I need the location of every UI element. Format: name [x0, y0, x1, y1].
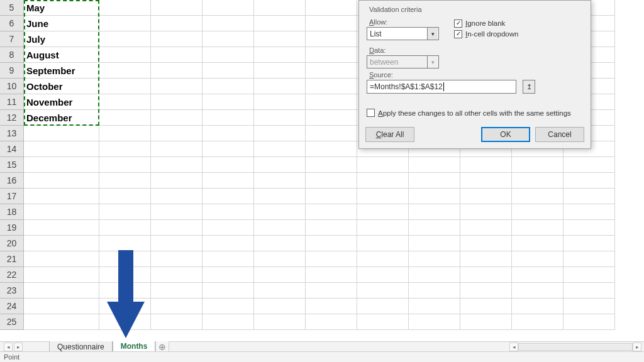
- cell[interactable]: [254, 157, 306, 173]
- cell[interactable]: [151, 314, 203, 330]
- cell[interactable]: [203, 63, 254, 79]
- row-header[interactable]: 12: [0, 110, 24, 126]
- clear-all-button[interactable]: Clear All: [365, 127, 414, 142]
- cell[interactable]: [203, 267, 254, 283]
- cell[interactable]: [306, 31, 357, 47]
- cell[interactable]: [203, 283, 254, 299]
- cell[interactable]: [254, 283, 306, 299]
- source-input[interactable]: =Months!$A$1:$A$12: [367, 80, 516, 94]
- cell[interactable]: [151, 267, 203, 283]
- cell[interactable]: [306, 110, 357, 126]
- cell[interactable]: [151, 220, 203, 236]
- cell[interactable]: [24, 251, 99, 267]
- cell[interactable]: [99, 314, 151, 330]
- cell[interactable]: June: [24, 16, 99, 31]
- cell[interactable]: [306, 79, 357, 94]
- cell[interactable]: [99, 157, 151, 173]
- cell[interactable]: [306, 126, 357, 141]
- cell[interactable]: [99, 267, 151, 283]
- cell[interactable]: [357, 157, 409, 173]
- cell[interactable]: October: [24, 79, 99, 94]
- cell[interactable]: [409, 220, 460, 236]
- cell[interactable]: [460, 283, 512, 299]
- cell[interactable]: [203, 0, 254, 16]
- cell[interactable]: [151, 31, 203, 47]
- cell[interactable]: [151, 0, 203, 16]
- cell[interactable]: [99, 299, 151, 314]
- cell[interactable]: [203, 173, 254, 189]
- cell[interactable]: [460, 299, 512, 314]
- cell[interactable]: [24, 220, 99, 236]
- row-header[interactable]: 9: [0, 63, 24, 79]
- cell[interactable]: [306, 251, 357, 267]
- cell[interactable]: [460, 267, 512, 283]
- cell[interactable]: [512, 314, 564, 330]
- cell[interactable]: [306, 157, 357, 173]
- apply-to-same-settings-checkbox[interactable]: Apply these changes to all other cells w…: [367, 109, 583, 117]
- cell[interactable]: [254, 126, 306, 141]
- row-header[interactable]: 13: [0, 126, 24, 141]
- cell[interactable]: [203, 141, 254, 157]
- cell[interactable]: [564, 204, 615, 220]
- cell[interactable]: [306, 204, 357, 220]
- ok-button[interactable]: OK: [481, 127, 530, 142]
- allow-combo[interactable]: List ▾: [367, 27, 439, 40]
- cell[interactable]: [254, 314, 306, 330]
- cell[interactable]: [254, 31, 306, 47]
- cell[interactable]: [24, 204, 99, 220]
- cell[interactable]: [99, 79, 151, 94]
- cell[interactable]: [306, 47, 357, 63]
- cell[interactable]: [512, 267, 564, 283]
- cell[interactable]: [151, 47, 203, 63]
- cell[interactable]: [409, 204, 460, 220]
- cell[interactable]: [512, 173, 564, 189]
- chevron-down-icon[interactable]: ▾: [427, 28, 438, 40]
- cell[interactable]: [254, 299, 306, 314]
- cell[interactable]: [460, 204, 512, 220]
- cell[interactable]: [254, 173, 306, 189]
- cell[interactable]: [203, 16, 254, 31]
- cell[interactable]: [460, 220, 512, 236]
- cell[interactable]: [24, 173, 99, 189]
- cell[interactable]: [151, 299, 203, 314]
- cell[interactable]: [203, 236, 254, 251]
- cell[interactable]: [254, 267, 306, 283]
- cell[interactable]: [409, 314, 460, 330]
- cell[interactable]: [564, 251, 615, 267]
- ignore-blank-checkbox[interactable]: ✓ Ignore blank: [454, 19, 518, 28]
- cell[interactable]: [151, 141, 203, 157]
- cell[interactable]: [24, 267, 99, 283]
- cell[interactable]: [306, 299, 357, 314]
- cell[interactable]: [460, 189, 512, 204]
- cell[interactable]: [409, 251, 460, 267]
- cell[interactable]: [254, 220, 306, 236]
- cell[interactable]: [254, 79, 306, 94]
- cell[interactable]: [254, 94, 306, 110]
- row-header[interactable]: 15: [0, 157, 24, 173]
- row-header[interactable]: 11: [0, 94, 24, 110]
- cell[interactable]: [357, 220, 409, 236]
- chevron-left-icon[interactable]: ◂: [4, 343, 13, 351]
- cell[interactable]: [151, 283, 203, 299]
- cell[interactable]: [564, 236, 615, 251]
- cell[interactable]: [203, 47, 254, 63]
- cell[interactable]: [306, 283, 357, 299]
- cell[interactable]: [512, 299, 564, 314]
- cell[interactable]: [512, 220, 564, 236]
- cell[interactable]: [306, 94, 357, 110]
- row-header[interactable]: 10: [0, 79, 24, 94]
- cell[interactable]: [24, 141, 99, 157]
- cell[interactable]: [512, 236, 564, 251]
- row-header[interactable]: 14: [0, 141, 24, 157]
- cell[interactable]: [564, 173, 615, 189]
- cell[interactable]: [357, 251, 409, 267]
- cell[interactable]: [306, 314, 357, 330]
- row-header[interactable]: 21: [0, 251, 24, 267]
- cell[interactable]: [203, 314, 254, 330]
- cell[interactable]: [460, 314, 512, 330]
- cell[interactable]: May: [24, 0, 99, 16]
- scrollbar-track[interactable]: [518, 343, 633, 351]
- cell[interactable]: [99, 204, 151, 220]
- row-header[interactable]: 19: [0, 220, 24, 236]
- chevron-left-icon[interactable]: ◂: [509, 343, 518, 351]
